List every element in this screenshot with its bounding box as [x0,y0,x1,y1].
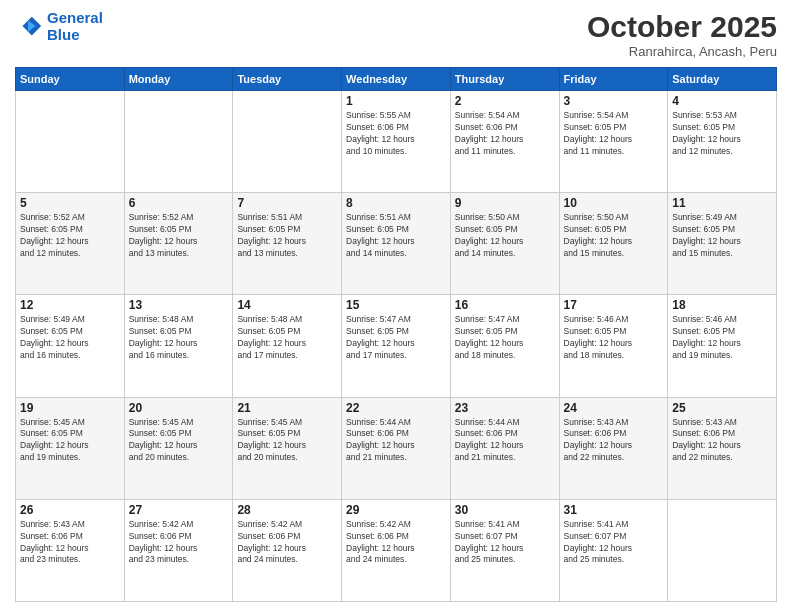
day-number: 22 [346,401,446,415]
logo-icon [15,13,43,41]
weekday-header-thursday: Thursday [450,68,559,91]
day-info: Sunrise: 5:46 AM Sunset: 6:05 PM Dayligh… [564,314,664,362]
weekday-header-sunday: Sunday [16,68,125,91]
calendar-cell [668,499,777,601]
day-info: Sunrise: 5:54 AM Sunset: 6:06 PM Dayligh… [455,110,555,158]
title-block: October 2025 Ranrahirca, Ancash, Peru [587,10,777,59]
day-number: 5 [20,196,120,210]
day-number: 17 [564,298,664,312]
calendar-week-5: 26Sunrise: 5:43 AM Sunset: 6:06 PM Dayli… [16,499,777,601]
logo: General Blue [15,10,103,43]
day-number: 7 [237,196,337,210]
calendar-week-4: 19Sunrise: 5:45 AM Sunset: 6:05 PM Dayli… [16,397,777,499]
calendar-cell: 21Sunrise: 5:45 AM Sunset: 6:05 PM Dayli… [233,397,342,499]
day-number: 25 [672,401,772,415]
calendar-cell: 8Sunrise: 5:51 AM Sunset: 6:05 PM Daylig… [342,193,451,295]
day-number: 19 [20,401,120,415]
calendar-cell [16,91,125,193]
calendar-cell [233,91,342,193]
day-number: 1 [346,94,446,108]
calendar-week-3: 12Sunrise: 5:49 AM Sunset: 6:05 PM Dayli… [16,295,777,397]
day-info: Sunrise: 5:44 AM Sunset: 6:06 PM Dayligh… [455,417,555,465]
day-number: 21 [237,401,337,415]
calendar-cell: 31Sunrise: 5:41 AM Sunset: 6:07 PM Dayli… [559,499,668,601]
day-info: Sunrise: 5:52 AM Sunset: 6:05 PM Dayligh… [129,212,229,260]
day-info: Sunrise: 5:45 AM Sunset: 6:05 PM Dayligh… [237,417,337,465]
calendar-cell [124,91,233,193]
calendar-cell: 30Sunrise: 5:41 AM Sunset: 6:07 PM Dayli… [450,499,559,601]
day-number: 9 [455,196,555,210]
page: General Blue October 2025 Ranrahirca, An… [0,0,792,612]
calendar-cell: 11Sunrise: 5:49 AM Sunset: 6:05 PM Dayli… [668,193,777,295]
calendar-cell: 28Sunrise: 5:42 AM Sunset: 6:06 PM Dayli… [233,499,342,601]
location-subtitle: Ranrahirca, Ancash, Peru [587,44,777,59]
calendar-cell: 24Sunrise: 5:43 AM Sunset: 6:06 PM Dayli… [559,397,668,499]
day-info: Sunrise: 5:48 AM Sunset: 6:05 PM Dayligh… [237,314,337,362]
calendar-cell: 13Sunrise: 5:48 AM Sunset: 6:05 PM Dayli… [124,295,233,397]
day-number: 4 [672,94,772,108]
day-number: 2 [455,94,555,108]
day-number: 31 [564,503,664,517]
calendar-cell: 12Sunrise: 5:49 AM Sunset: 6:05 PM Dayli… [16,295,125,397]
day-info: Sunrise: 5:50 AM Sunset: 6:05 PM Dayligh… [564,212,664,260]
day-info: Sunrise: 5:45 AM Sunset: 6:05 PM Dayligh… [20,417,120,465]
day-number: 6 [129,196,229,210]
day-number: 11 [672,196,772,210]
calendar-table: SundayMondayTuesdayWednesdayThursdayFrid… [15,67,777,602]
day-number: 12 [20,298,120,312]
day-number: 26 [20,503,120,517]
logo-text: General Blue [47,10,103,43]
day-number: 10 [564,196,664,210]
day-number: 16 [455,298,555,312]
calendar-cell: 7Sunrise: 5:51 AM Sunset: 6:05 PM Daylig… [233,193,342,295]
day-info: Sunrise: 5:44 AM Sunset: 6:06 PM Dayligh… [346,417,446,465]
day-info: Sunrise: 5:53 AM Sunset: 6:05 PM Dayligh… [672,110,772,158]
day-info: Sunrise: 5:47 AM Sunset: 6:05 PM Dayligh… [455,314,555,362]
day-info: Sunrise: 5:42 AM Sunset: 6:06 PM Dayligh… [346,519,446,567]
calendar-cell: 9Sunrise: 5:50 AM Sunset: 6:05 PM Daylig… [450,193,559,295]
weekday-header-wednesday: Wednesday [342,68,451,91]
day-info: Sunrise: 5:47 AM Sunset: 6:05 PM Dayligh… [346,314,446,362]
calendar-week-1: 1Sunrise: 5:55 AM Sunset: 6:06 PM Daylig… [16,91,777,193]
day-number: 13 [129,298,229,312]
day-info: Sunrise: 5:54 AM Sunset: 6:05 PM Dayligh… [564,110,664,158]
month-title: October 2025 [587,10,777,44]
day-info: Sunrise: 5:49 AM Sunset: 6:05 PM Dayligh… [20,314,120,362]
day-number: 15 [346,298,446,312]
calendar-cell: 26Sunrise: 5:43 AM Sunset: 6:06 PM Dayli… [16,499,125,601]
calendar-cell: 1Sunrise: 5:55 AM Sunset: 6:06 PM Daylig… [342,91,451,193]
header: General Blue October 2025 Ranrahirca, An… [15,10,777,59]
weekday-header-monday: Monday [124,68,233,91]
day-info: Sunrise: 5:43 AM Sunset: 6:06 PM Dayligh… [672,417,772,465]
day-number: 29 [346,503,446,517]
calendar-cell: 14Sunrise: 5:48 AM Sunset: 6:05 PM Dayli… [233,295,342,397]
day-number: 14 [237,298,337,312]
calendar-cell: 15Sunrise: 5:47 AM Sunset: 6:05 PM Dayli… [342,295,451,397]
day-info: Sunrise: 5:41 AM Sunset: 6:07 PM Dayligh… [455,519,555,567]
day-number: 18 [672,298,772,312]
day-info: Sunrise: 5:42 AM Sunset: 6:06 PM Dayligh… [129,519,229,567]
day-number: 8 [346,196,446,210]
day-info: Sunrise: 5:50 AM Sunset: 6:05 PM Dayligh… [455,212,555,260]
calendar-body: 1Sunrise: 5:55 AM Sunset: 6:06 PM Daylig… [16,91,777,602]
weekday-header-saturday: Saturday [668,68,777,91]
calendar-cell: 5Sunrise: 5:52 AM Sunset: 6:05 PM Daylig… [16,193,125,295]
calendar-cell: 25Sunrise: 5:43 AM Sunset: 6:06 PM Dayli… [668,397,777,499]
weekday-header-tuesday: Tuesday [233,68,342,91]
calendar-cell: 23Sunrise: 5:44 AM Sunset: 6:06 PM Dayli… [450,397,559,499]
day-info: Sunrise: 5:46 AM Sunset: 6:05 PM Dayligh… [672,314,772,362]
calendar-header-row: SundayMondayTuesdayWednesdayThursdayFrid… [16,68,777,91]
calendar-cell: 18Sunrise: 5:46 AM Sunset: 6:05 PM Dayli… [668,295,777,397]
calendar-cell: 29Sunrise: 5:42 AM Sunset: 6:06 PM Dayli… [342,499,451,601]
day-number: 30 [455,503,555,517]
day-info: Sunrise: 5:55 AM Sunset: 6:06 PM Dayligh… [346,110,446,158]
calendar-cell: 2Sunrise: 5:54 AM Sunset: 6:06 PM Daylig… [450,91,559,193]
day-info: Sunrise: 5:52 AM Sunset: 6:05 PM Dayligh… [20,212,120,260]
logo-line1: General [47,9,103,26]
weekday-header-friday: Friday [559,68,668,91]
calendar-cell: 6Sunrise: 5:52 AM Sunset: 6:05 PM Daylig… [124,193,233,295]
calendar-cell: 17Sunrise: 5:46 AM Sunset: 6:05 PM Dayli… [559,295,668,397]
day-info: Sunrise: 5:42 AM Sunset: 6:06 PM Dayligh… [237,519,337,567]
logo-line2: Blue [47,26,80,43]
calendar-cell: 16Sunrise: 5:47 AM Sunset: 6:05 PM Dayli… [450,295,559,397]
